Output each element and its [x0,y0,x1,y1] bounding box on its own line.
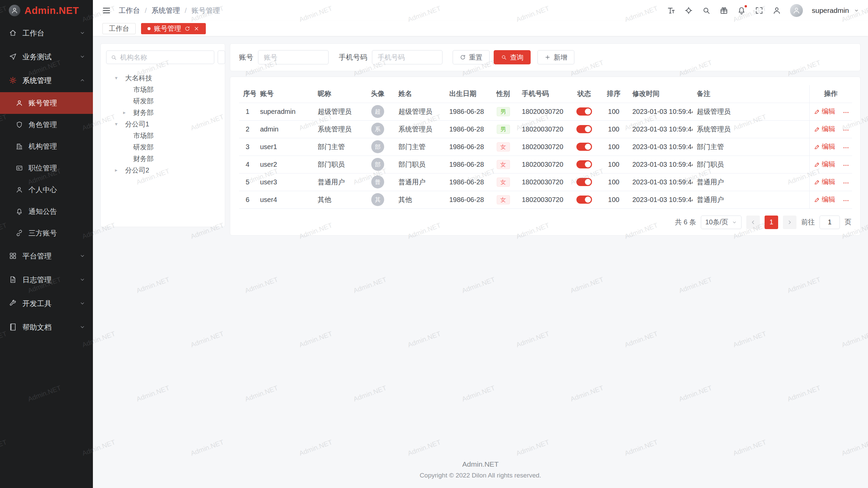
cell-actions: 编辑 [809,156,852,173]
reset-button[interactable]: 重置 [453,50,490,64]
close-icon[interactable] [194,26,199,32]
add-button[interactable]: 新增 [537,50,574,64]
sidebar-item-platform-mgmt[interactable]: 平台管理 [0,244,93,268]
sidebar-menu: 工作台 业务测试 系统管理 账号管理 角色管理 机构管理 [0,21,93,488]
cell-time: 2023-01-03 10:59:44 [628,103,693,120]
tree-node[interactable]: 研发部 [106,95,219,107]
tree-node[interactable]: 财务部 [106,153,219,164]
row-more-button[interactable] [843,197,849,204]
prev-page-button[interactable] [746,216,760,229]
tree-node[interactable]: ▸ 财务部 [106,107,219,118]
row-more-button[interactable] [843,180,849,186]
column-header-gender: 性别 [489,85,518,103]
sidebar-item-third-account[interactable]: 三方账号 [0,222,93,244]
cell-status [569,138,599,156]
sidebar-item-business-test[interactable]: 业务测试 [0,45,93,68]
sidebar-item-account-mgmt[interactable]: 账号管理 [0,92,93,114]
breadcrumb-item[interactable]: 系统管理 [152,6,180,15]
page-size-select[interactable]: 10条/页 [701,216,742,229]
search-icon[interactable] [702,6,711,15]
cell-nickname: 超级管理员 [314,103,361,120]
tab-workbench[interactable]: 工作台 [102,23,136,34]
gift-icon[interactable] [719,6,728,15]
cell-birth: 1986-06-28 [445,103,489,120]
breadcrumb-item[interactable]: 工作台 [119,6,140,15]
org-search-box [106,50,214,64]
next-page-button[interactable] [783,216,796,229]
sidebar-item-system-mgmt[interactable]: 系统管理 [0,68,93,92]
cell-index: 1 [239,103,256,120]
tree-node[interactable]: 研发部 [106,141,219,153]
sidebar-item-label: 帮助文档 [22,322,52,332]
sidebar-item-notice[interactable]: 通知公告 [0,201,93,222]
chevron-down-icon [854,8,859,13]
edit-button[interactable]: 编辑 [814,160,835,169]
tree-caret-down-icon[interactable]: ▾ [115,121,125,127]
cell-index: 6 [239,191,256,208]
cell-birth: 1986-06-28 [445,156,489,173]
cell-birth: 1986-06-28 [445,138,489,156]
edit-button[interactable]: 编辑 [814,177,835,186]
column-header-index: 序号 [239,85,256,103]
tree-node[interactable]: ▸ 分公司2 [106,164,219,176]
tree-node[interactable]: ▾ 分公司1 [106,118,219,130]
phone-input[interactable] [372,50,442,64]
tab-account-mgmt[interactable]: 账号管理 [141,23,206,34]
row-more-button[interactable] [843,162,849,169]
goto-page-input[interactable] [820,216,840,229]
row-more-button[interactable] [843,109,849,116]
tree-node-label: 分公司2 [125,166,149,175]
column-header-phone: 手机号码 [518,85,569,103]
sidebar-item-dev-tools[interactable]: 开发工具 [0,291,93,315]
cell-account: user4 [256,191,314,208]
notification-bell-icon[interactable] [737,6,746,15]
sidebar-item-help-docs[interactable]: 帮助文档 [0,315,93,339]
tree-node[interactable]: ▾ 大名科技 [106,72,219,84]
edit-button[interactable]: 编辑 [814,195,835,204]
sidebar-item-log-mgmt[interactable]: 日志管理 [0,268,93,291]
tree-caret-right-icon[interactable]: ▸ [123,109,133,116]
sidebar-item-label: 三方账号 [28,228,57,238]
column-header-avatar: 头像 [361,85,394,103]
sidebar-item-position-mgmt[interactable]: 职位管理 [0,157,93,179]
tree-caret-down-icon[interactable]: ▾ [115,75,125,81]
org-search-input[interactable] [120,54,210,61]
edit-button[interactable]: 编辑 [814,107,835,116]
status-toggle[interactable] [576,178,592,186]
tree-caret-right-icon[interactable]: ▸ [115,167,125,173]
locate-icon[interactable] [684,6,693,15]
cell-time: 2023-01-03 10:59:44 [628,120,693,138]
breadcrumb-item[interactable]: 账号管理 [192,6,220,15]
tree-more-button[interactable] [218,50,225,64]
sidebar-item-workbench[interactable]: 工作台 [0,21,93,45]
status-toggle[interactable] [576,125,592,133]
fullscreen-icon[interactable] [755,6,764,15]
font-size-icon[interactable] [667,6,675,15]
account-input[interactable] [258,50,329,64]
search-button[interactable]: 查询 [494,50,531,64]
row-more-button[interactable] [843,144,849,151]
column-header-order: 排序 [599,85,628,103]
sidebar-item-personal-center[interactable]: 个人中心 [0,179,93,201]
status-toggle[interactable] [576,143,592,151]
status-toggle[interactable] [576,107,592,116]
edit-button[interactable]: 编辑 [814,124,835,134]
tree-node[interactable]: 市场部 [106,130,219,141]
tree-node[interactable]: 市场部 [106,84,219,95]
cell-actions: 编辑 [809,138,852,156]
page-1-button[interactable]: 1 [765,216,778,229]
status-toggle[interactable] [576,160,592,168]
sidebar-item-org-mgmt[interactable]: 机构管理 [0,136,93,157]
column-header-op: 操作 [809,85,852,103]
hamburger-icon[interactable] [102,6,111,15]
username[interactable]: superadmin [812,6,849,15]
breadcrumb-separator: / [185,6,187,15]
refresh-icon[interactable] [184,26,190,32]
row-more-button[interactable] [843,127,849,134]
sidebar-item-role-mgmt[interactable]: 角色管理 [0,114,93,136]
profile-icon[interactable] [772,6,781,15]
status-toggle[interactable] [576,196,592,204]
user-avatar[interactable] [790,4,803,17]
edit-button[interactable]: 编辑 [814,142,835,151]
cell-avatar: 超 [361,103,394,120]
